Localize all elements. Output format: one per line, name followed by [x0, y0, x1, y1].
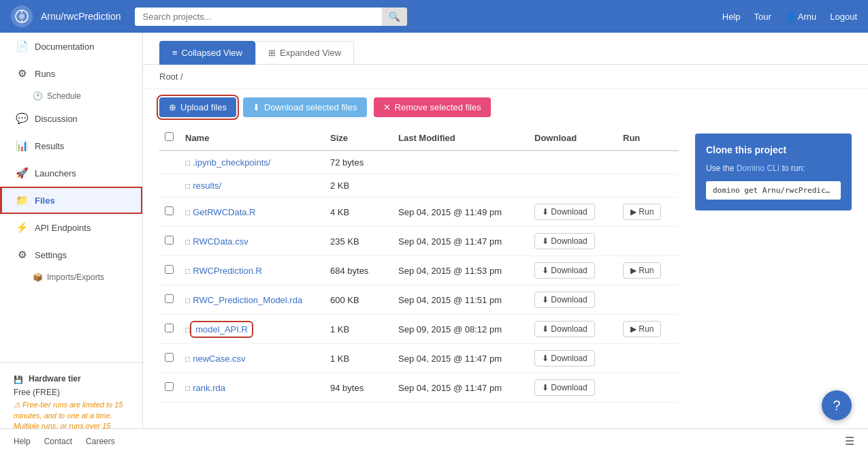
- table-row: □.ipynb_checkpoints/72 bytes: [159, 151, 679, 174]
- file-size-rank-rda: 94 bytes: [325, 373, 393, 403]
- user-link[interactable]: 👤 Arnu: [785, 12, 816, 22]
- sidebar-item-documentation[interactable]: 📄 Documentation: [0, 33, 142, 60]
- topnav-brand[interactable]: Arnu/rwcPrediction: [41, 11, 121, 22]
- logout-link[interactable]: Logout: [830, 12, 857, 22]
- download-button-newcase-csv[interactable]: ⬇ Download: [534, 350, 595, 366]
- sidebar-item-imports-exports[interactable]: 📦 Imports/Exports: [0, 268, 142, 286]
- search-bar: 🔍: [135, 7, 407, 26]
- sidebar-item-launchers[interactable]: 🚀 Launchers: [0, 159, 142, 187]
- file-download-cell-model-api: ⬇ Download: [529, 315, 617, 344]
- file-run-cell-rwcprediction-r: ▶ Run: [617, 256, 679, 285]
- remove-selected-label: Remove selected files: [395, 102, 481, 112]
- hamburger-icon[interactable]: ☰: [845, 435, 854, 448]
- row-checkbox-model-api[interactable]: [165, 324, 174, 332]
- clock-icon: 🕐: [33, 91, 43, 101]
- clone-command[interactable]: domino get Arnu/rwcPredicti: [706, 181, 841, 200]
- domino-cli-link[interactable]: Domino CLI: [737, 163, 779, 173]
- sidebar-label-schedule: Schedule: [47, 91, 81, 101]
- file-modified-newcase-csv: Sep 04, 2015 @ 11:47 pm: [393, 344, 529, 373]
- download-button-rwc-prediction-model[interactable]: ⬇ Download: [534, 292, 595, 308]
- table-row: □newCase.csv1 KBSep 04, 2015 @ 11:47 pm⬇…: [159, 344, 679, 373]
- row-checkbox-rwc-prediction-model[interactable]: [165, 294, 174, 303]
- sidebar-item-settings[interactable]: ⚙ Settings: [0, 241, 142, 268]
- collapsed-icon: ≡: [172, 48, 178, 58]
- file-link-rwc-prediction-model[interactable]: RWC_Prediction_Model.rda: [193, 295, 302, 305]
- sidebar-item-schedule[interactable]: 🕐 Schedule: [0, 87, 142, 105]
- file-area: Name Size Last Modified Download Run □.i…: [143, 125, 868, 419]
- download-button-getrwcdata[interactable]: ⬇ Download: [534, 204, 595, 220]
- tab-collapsed-view[interactable]: ≡ Collapsed View: [159, 41, 255, 65]
- file-link-rwcdata-csv[interactable]: RWCData.csv: [193, 236, 248, 247]
- download-button-rwcdata-csv[interactable]: ⬇ Download: [534, 233, 595, 249]
- file-link-results[interactable]: results/: [193, 181, 221, 191]
- sidebar-item-files[interactable]: 📁 Files: [0, 187, 142, 214]
- footer-help[interactable]: Help: [14, 437, 31, 446]
- collapsed-view-label: Collapsed View: [182, 48, 242, 58]
- download-button-model-api[interactable]: ⬇ Download: [534, 321, 595, 337]
- row-checkbox-rank-rda[interactable]: [165, 382, 174, 391]
- file-download-cell-rwcdata-csv: ⬇ Download: [529, 227, 617, 256]
- row-checkbox-getrwcdata[interactable]: [165, 206, 174, 215]
- table-row: □GetRWCData.R4 KBSep 04, 2015 @ 11:49 pm…: [159, 198, 679, 227]
- footer: Help Contact Careers ☰: [0, 428, 868, 453]
- sidebar-item-results[interactable]: 📊 Results: [0, 132, 142, 159]
- file-size-getrwcdata: 4 KB: [325, 198, 393, 227]
- file-link-rwcprediction-r[interactable]: RWCPrediction.R: [193, 266, 262, 276]
- remove-selected-button[interactable]: ✕ Remove selected files: [374, 97, 491, 117]
- chat-button[interactable]: ?: [822, 390, 852, 420]
- footer-careers[interactable]: Careers: [86, 437, 115, 446]
- tour-link[interactable]: Tour: [754, 12, 771, 22]
- file-link-model-api[interactable]: model_API.R: [193, 324, 251, 335]
- sidebar-label-settings: Settings: [35, 250, 67, 260]
- download-button-rwcprediction-r[interactable]: ⬇ Download: [534, 262, 595, 279]
- sidebar-item-discussion[interactable]: 💬 Discussion: [0, 105, 142, 132]
- sidebar-item-api-endpoints[interactable]: ⚡ API Endpoints: [0, 214, 142, 241]
- run-button-rwcprediction-r[interactable]: ▶ Run: [623, 262, 661, 279]
- file-size-rwcprediction-r: 684 bytes: [325, 256, 393, 285]
- upload-files-button[interactable]: ⊕ Upload files: [159, 97, 236, 117]
- help-link[interactable]: Help: [722, 12, 741, 22]
- file-link-rank-rda[interactable]: rank.rda: [193, 383, 225, 393]
- run-button-model-api[interactable]: ▶ Run: [623, 321, 661, 337]
- sidebar-label-discussion: Discussion: [35, 114, 78, 124]
- search-input[interactable]: [135, 7, 382, 26]
- file-modified-model-api: Sep 09, 2015 @ 08:12 pm: [393, 315, 529, 344]
- run-button-getrwcdata[interactable]: ▶ Run: [623, 204, 661, 220]
- clone-description: Use the Domino CLI to run:: [706, 162, 841, 174]
- select-all-checkbox[interactable]: [165, 132, 174, 141]
- download-selected-icon: ⬇: [253, 102, 260, 112]
- file-name-cell: □results/: [180, 174, 325, 198]
- clone-desc-post: to run:: [779, 163, 805, 173]
- hardware-tier-value: Free (FREE): [14, 388, 129, 397]
- file-download-cell-rwcprediction-r: ⬇ Download: [529, 256, 617, 285]
- file-name-cell: □rank.rda: [180, 373, 325, 403]
- row-checkbox-newcase-csv[interactable]: [165, 353, 174, 362]
- col-size-header: Size: [325, 125, 393, 151]
- row-checkbox-rwcprediction-r[interactable]: [165, 265, 174, 274]
- file-link-newcase-csv[interactable]: newCase.csv: [193, 354, 245, 364]
- svg-point-1: [19, 14, 25, 19]
- file-link-ipynb[interactable]: .ipynb_checkpoints/: [193, 157, 270, 168]
- file-size-rwcdata-csv: 235 KB: [325, 227, 393, 256]
- footer-contact[interactable]: Contact: [44, 437, 72, 446]
- file-icon: □: [185, 296, 190, 305]
- file-icon: □: [185, 354, 190, 364]
- tab-expanded-view[interactable]: ⊞ Expanded View: [255, 41, 354, 65]
- row-checkbox-rwcdata-csv[interactable]: [165, 236, 174, 245]
- file-modified-rwcdata-csv: Sep 04, 2015 @ 11:47 pm: [393, 227, 529, 256]
- file-download-cell-ipynb: [529, 151, 617, 174]
- download-selected-button[interactable]: ⬇ Download selected files: [243, 97, 367, 117]
- file-download-cell-rwc-prediction-model: ⬇ Download: [529, 285, 617, 315]
- table-row: □model_API.R1 KBSep 09, 2015 @ 08:12 pm⬇…: [159, 315, 679, 344]
- sidebar-label-results: Results: [35, 141, 64, 151]
- search-button[interactable]: 🔍: [382, 7, 407, 26]
- col-modified-header: Last Modified: [393, 125, 529, 151]
- runs-icon: ⚙: [16, 67, 28, 80]
- sidebar-item-runs[interactable]: ⚙ Runs: [0, 60, 142, 87]
- file-link-getrwcdata[interactable]: GetRWCData.R: [193, 207, 255, 217]
- logo[interactable]: [11, 5, 33, 27]
- file-icon: □: [185, 266, 190, 276]
- download-button-rank-rda[interactable]: ⬇ Download: [534, 379, 595, 396]
- file-modified-rwcprediction-r: Sep 04, 2015 @ 11:53 pm: [393, 256, 529, 285]
- file-modified-rwc-prediction-model: Sep 04, 2015 @ 11:51 pm: [393, 285, 529, 315]
